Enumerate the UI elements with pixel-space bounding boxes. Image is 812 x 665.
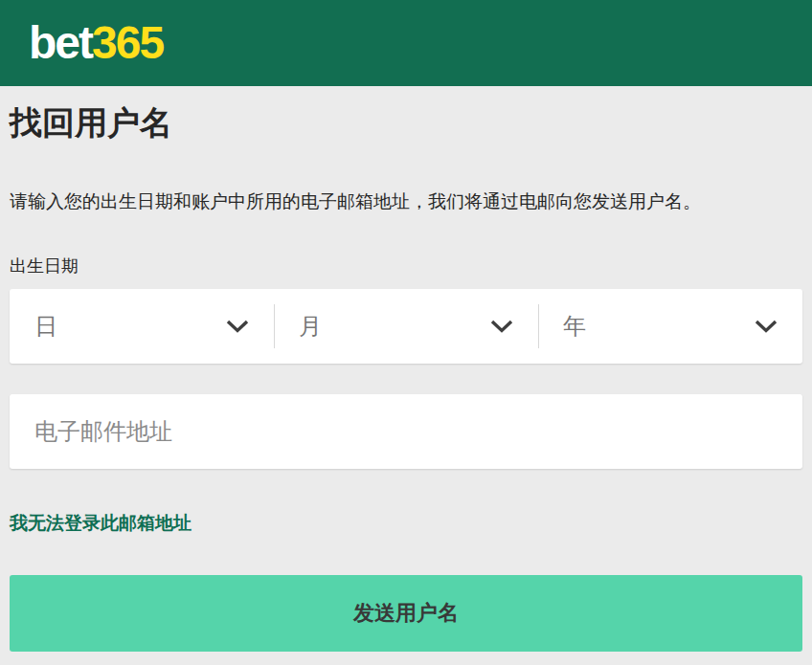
cant-access-email-link[interactable]: 我无法登录此邮箱地址 [10,511,192,536]
logo-text-bet: bet [29,17,92,68]
dob-select-row: 日 月 年 [10,289,802,364]
logo-text-365: 365 [92,17,163,68]
chevron-down-icon [755,320,778,333]
dob-day-select[interactable]: 日 [10,289,274,364]
instruction-text: 请输入您的出生日期和账户中所用的电子邮箱地址，我们将通过电邮向您发送用户名。 [10,144,802,214]
dob-month-select[interactable]: 月 [274,289,538,364]
dob-year-placeholder: 年 [563,311,586,342]
email-input[interactable] [10,394,802,469]
chevron-down-icon [490,320,513,333]
email-field-container [10,394,802,469]
dob-year-select[interactable]: 年 [538,289,802,364]
app-header: bet365 [0,0,812,86]
page-title: 找回用户名 [10,86,802,144]
send-username-button[interactable]: 发送用户名 [10,575,802,652]
dob-label: 出生日期 [10,214,802,277]
dob-month-placeholder: 月 [299,311,322,342]
chevron-down-icon [226,320,249,333]
bet365-logo[interactable]: bet365 [29,20,163,66]
main-content: 找回用户名 请输入您的出生日期和账户中所用的电子邮箱地址，我们将通过电邮向您发送… [0,86,812,652]
dob-day-placeholder: 日 [34,311,57,342]
